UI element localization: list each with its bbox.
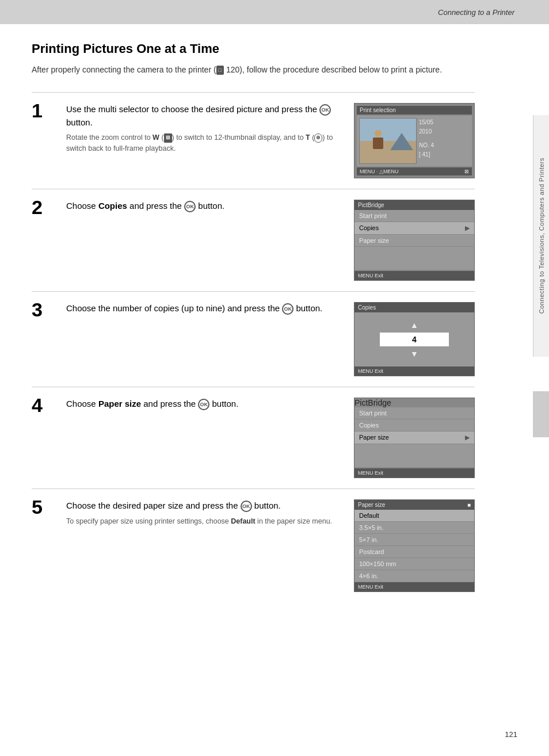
- step-1-content: Use the multi selector to choose the des…: [66, 103, 342, 154]
- step-4-screen: PictBridge Start print Copies Paper size…: [354, 398, 475, 478]
- ref-icon: □: [216, 66, 224, 75]
- pb2-item-copies: Copies: [354, 419, 474, 432]
- step-5-main: Choose the desired paper size and press …: [66, 499, 342, 513]
- screen-pictbridge2: PictBridge Start print Copies Paper size…: [354, 398, 475, 478]
- step-4-main: Choose Paper size and press the OK butto…: [66, 398, 342, 411]
- ok-icon-1: OK: [319, 104, 331, 116]
- ps-item-4x6: 4×6 in.: [354, 570, 474, 582]
- pb2-footer: MENU Exit: [354, 468, 474, 478]
- copies-down-arrow: ▼: [410, 350, 418, 358]
- pb1-menu: Start print Copies ▶ Paper size: [354, 210, 474, 270]
- pb2-spacer2: [354, 456, 474, 467]
- pb2-spacer1: [354, 444, 474, 456]
- ok-icon-3: OK: [282, 303, 293, 315]
- pb1-item-copies: Copies ▶: [354, 222, 474, 235]
- screen-copies: Copies ▲ 4 ▼ MENU Exit: [354, 302, 475, 376]
- ok-icon-4: OK: [198, 399, 209, 410]
- step-2-screen: PictBridge Start print Copies ▶ Paper si…: [354, 200, 475, 281]
- step-4-content: Choose Paper size and press the OK butto…: [66, 398, 342, 414]
- step-1-number: 1: [32, 101, 55, 120]
- screen-info: 15/05 2010 NO. 4 [ 41]: [419, 118, 434, 159]
- copies-title: Copies: [354, 303, 474, 312]
- person-silhouette: [371, 130, 386, 150]
- step-5-number: 5: [32, 497, 55, 517]
- step-4-number: 4: [32, 395, 55, 415]
- step-1-sub: Rotate the zoom control to W (⊞) to swit…: [66, 132, 342, 154]
- step-5-content: Choose the desired paper size and press …: [66, 499, 342, 526]
- ps-icon: ■: [467, 502, 471, 508]
- pb1-spacer1: [354, 247, 474, 258]
- w-icon: ⊞: [164, 133, 172, 143]
- pb2-title: PictBridge: [354, 398, 474, 407]
- step-2-main: Choose Copies and press the OK button.: [66, 200, 342, 213]
- step-3-main: Choose the number of copies (up to nine)…: [66, 302, 342, 315]
- pb2-menu: Start print Copies Paper size ▶: [354, 407, 474, 467]
- step-5: 5 Choose the desired paper size and pres…: [32, 488, 475, 602]
- screen-ps-title: Print selection: [357, 106, 472, 114]
- screen-no-label: NO. 4: [419, 141, 434, 150]
- step-4: 4 Choose Paper size and press the OK but…: [32, 387, 475, 488]
- screen-year: 2010: [419, 127, 434, 136]
- ps-item-5x7: 5×7 in.: [354, 534, 474, 546]
- pb2-item-papersize: Paper size ▶: [354, 432, 474, 444]
- step-3-screen: Copies ▲ 4 ▼ MENU Exit: [354, 302, 475, 376]
- side-tab: Connecting to Televisions, Computers and…: [533, 115, 549, 357]
- right-tab-gray: [533, 391, 549, 437]
- pb2-item-startprint: Start print: [354, 407, 474, 419]
- pb1-item-papersize: Paper size: [354, 235, 474, 247]
- pb1-item-startprint: Start print: [354, 210, 474, 222]
- ok-icon-5: OK: [241, 501, 252, 512]
- ps-item-postcard: Postcard: [354, 546, 474, 558]
- header-bar: Connecting to a Printer: [0, 0, 549, 24]
- screen-print-selection: Print selection 15/05 20: [354, 103, 475, 178]
- screen-inner-1: 15/05 2010 NO. 4 [ 41]: [357, 116, 472, 166]
- mountain-area: [390, 133, 413, 150]
- step-2-content: Choose Copies and press the OK button.: [66, 200, 342, 216]
- step-1-screen: Print selection 15/05 20: [354, 103, 475, 178]
- copies-up-arrow: ▲: [410, 321, 418, 329]
- side-tab-text: Connecting to Televisions, Computers and…: [538, 158, 545, 314]
- ps-title-bar: Paper size ■: [354, 500, 474, 510]
- step-3: 3 Choose the number of copies (up to nin…: [32, 291, 475, 387]
- page-number: 121: [505, 730, 517, 739]
- ps-item-3x5: 3.5×5 in.: [354, 522, 474, 534]
- screen-date: 15/05: [419, 118, 434, 127]
- pb1-arrow: ▶: [465, 224, 470, 232]
- ok-icon-2: OK: [184, 201, 196, 212]
- screen-pictbridge1: PictBridge Start print Copies ▶ Paper si…: [354, 200, 475, 281]
- screen-bottom-1: MENU · △MENU ⊠: [357, 167, 472, 175]
- person-body: [373, 138, 383, 149]
- mountain-shape: [390, 133, 413, 150]
- step-3-content: Choose the number of copies (up to nine)…: [66, 302, 342, 319]
- screen-count: [ 41]: [419, 150, 434, 159]
- copies-footer: MENU Exit: [354, 366, 474, 376]
- main-content: Printing Pictures One at a Time After pr…: [0, 24, 506, 625]
- step-3-number: 3: [32, 300, 55, 319]
- pb1-spacer2: [354, 258, 474, 270]
- step-1-main: Use the multi selector to choose the des…: [66, 103, 342, 129]
- screen-papersize: Paper size ■ Default 3.5×5 in. 5×7 in. P…: [354, 499, 475, 592]
- step-2: 2 Choose Copies and press the OK button.…: [32, 189, 475, 291]
- ps-item-default: Default: [354, 510, 474, 522]
- intro-text: After properly connecting the camera to …: [32, 63, 475, 76]
- ps-title: Paper size: [358, 502, 385, 508]
- pb1-title: PictBridge: [354, 200, 474, 210]
- ps-footer: MENU Exit: [354, 582, 474, 591]
- copies-value: 4: [380, 333, 449, 346]
- step-5-screen: Paper size ■ Default 3.5×5 in. 5×7 in. P…: [354, 499, 475, 592]
- screen-menu-label: MENU · △MENU: [360, 169, 399, 174]
- ps-item-100x150: 100×150 mm: [354, 558, 474, 570]
- screen-icon-right: ⊠: [464, 169, 469, 174]
- person-head: [375, 130, 382, 137]
- step-5-sub: To specify paper size using printer sett…: [66, 516, 342, 527]
- copies-body: ▲ 4 ▼: [354, 312, 474, 366]
- pb2-arrow: ▶: [465, 434, 470, 441]
- header-title: Connecting to a Printer: [438, 8, 514, 17]
- page-title: Printing Pictures One at a Time: [32, 41, 475, 56]
- step-2-number: 2: [32, 197, 55, 217]
- t-icon: ⊕: [314, 133, 322, 143]
- screen-photo: [359, 118, 417, 164]
- pb1-footer: MENU Exit: [354, 271, 474, 280]
- step-1: 1 Use the multi selector to choose the d…: [32, 92, 475, 189]
